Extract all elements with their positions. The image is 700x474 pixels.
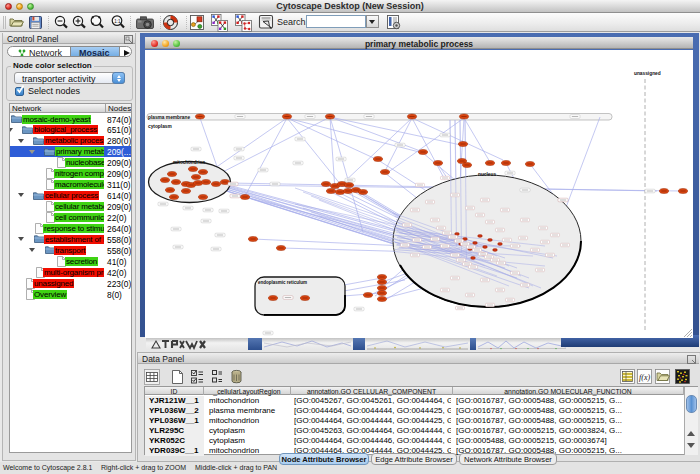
svg-text:plasma membrane: plasma membrane: [148, 115, 190, 120]
svg-text:nucleus: nucleus: [478, 172, 496, 177]
svg-text:unassigned: unassigned: [634, 71, 661, 76]
svg-text:cytoplasm: cytoplasm: [148, 124, 172, 129]
svg-text:1:1: 1:1: [114, 19, 121, 24]
svg-text:endoplasmic reticulum: endoplasmic reticulum: [258, 280, 307, 285]
svg-text:mitochondrion: mitochondrion: [173, 160, 205, 165]
svg-text:f(x): f(x): [639, 373, 650, 382]
